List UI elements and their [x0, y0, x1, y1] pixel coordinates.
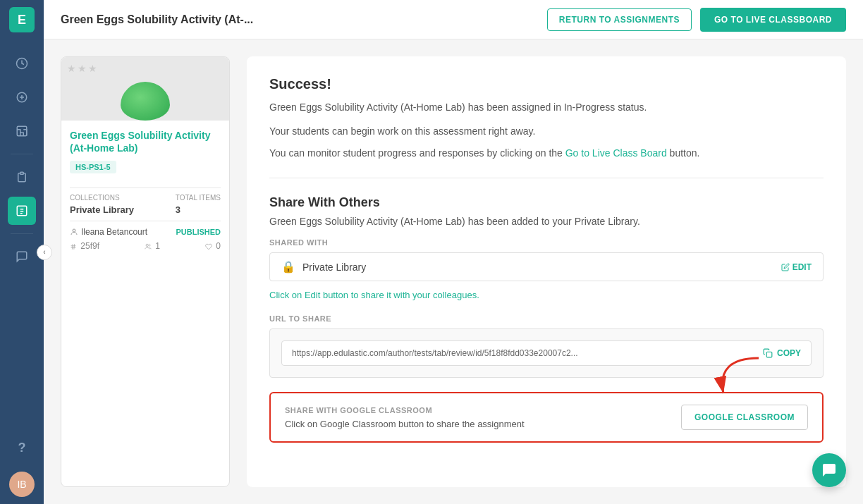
star-1: ★ — [67, 63, 76, 74]
activity-card: ★ ★ ★ Green Eggs Solubility Activity (At… — [61, 56, 230, 487]
total-items-meta: TOTAL ITEMS 3 — [176, 194, 221, 215]
edit-button[interactable]: EDIT — [781, 262, 812, 272]
success-line1: Green Eggs Solubility Activity (At-Home … — [269, 99, 824, 115]
gc-label: SHARE WITH GOOGLE CLASSROOM — [285, 406, 525, 414]
collapse-sidebar-button[interactable]: ‹ — [37, 245, 52, 260]
card-meta-row: COLLECTIONS Private Library TOTAL ITEMS … — [70, 194, 221, 215]
success-title: Success! — [269, 76, 824, 92]
shared-row: 🔒 Private Library EDIT — [269, 252, 824, 281]
click-edit-text: Click on Edit button to share it with yo… — [269, 290, 824, 300]
topbar: Green Eggs Solubility Activity (At-... R… — [44, 0, 863, 39]
card-divider — [70, 188, 221, 188]
success-section: Success! Green Eggs Solubility Activity … — [269, 76, 824, 161]
star-3: ★ — [88, 63, 97, 74]
author-name: Ileana Betancourt — [81, 227, 147, 237]
svg-point-12 — [146, 244, 148, 246]
sidebar-divider-2 — [11, 233, 33, 234]
section-divider — [269, 178, 824, 178]
success-line3: You can monitor student progress and res… — [269, 145, 824, 161]
svg-point-7 — [73, 229, 75, 232]
share-title: Share With Others — [269, 195, 824, 210]
total-items-label: TOTAL ITEMS — [176, 194, 221, 202]
live-class-board-link[interactable]: Go to Live Class Board — [565, 147, 667, 159]
author-icon — [70, 228, 78, 236]
share-desc: Green Eggs Solubility Activity (At-Home … — [269, 216, 824, 227]
lock-icon: 🔒 — [281, 260, 295, 273]
go-to-live-classboard-button[interactable]: GO TO LIVE CLASSBOARD — [700, 8, 846, 32]
share-section: Share With Others Green Eggs Solubility … — [269, 195, 824, 443]
success-line2: Your students can begin work on this ass… — [269, 123, 824, 139]
card-bottom-row: 25f9f 1 0 — [70, 241, 221, 251]
gc-left: SHARE WITH GOOGLE CLASSROOM Click on Goo… — [285, 406, 525, 429]
card-id: 25f9f — [70, 241, 99, 251]
collections-meta: COLLECTIONS Private Library — [70, 194, 134, 215]
svg-rect-5 — [20, 172, 24, 174]
card-title: Green Eggs Solubility Activity (At-Home … — [70, 129, 221, 154]
content-area: ★ ★ ★ Green Eggs Solubility Activity (At… — [44, 39, 863, 504]
right-panel: Success! Green Eggs Solubility Activity … — [247, 56, 846, 487]
sidebar-item-chart[interactable] — [8, 117, 36, 145]
svg-rect-13 — [766, 352, 772, 357]
main-area: Green Eggs Solubility Activity (At-... R… — [44, 0, 863, 504]
sidebar-bottom: ? IB — [8, 431, 36, 497]
copy-icon — [763, 348, 773, 358]
svg-rect-4 — [17, 126, 27, 136]
card-author-row: Ileana Betancourt PUBLISHED — [70, 227, 221, 237]
edit-link[interactable]: Edit — [305, 290, 320, 300]
card-users: 1 — [145, 241, 160, 251]
collections-value: Private Library — [70, 204, 134, 215]
sidebar-item-add[interactable] — [8, 83, 36, 111]
hash-icon — [70, 243, 77, 250]
card-thumbnail: ★ ★ ★ — [61, 57, 229, 121]
published-badge: PUBLISHED — [176, 228, 221, 236]
shared-left: 🔒 Private Library — [281, 260, 366, 273]
card-divider-2 — [70, 221, 221, 221]
svg-line-11 — [74, 244, 75, 250]
sidebar-item-assignments[interactable] — [8, 197, 36, 225]
svg-line-10 — [72, 244, 73, 250]
library-name: Private Library — [302, 262, 366, 273]
chat-bubble-icon — [821, 462, 838, 479]
google-classroom-box: SHARE WITH GOOGLE CLASSROOM Click on Goo… — [269, 392, 824, 443]
sidebar-item-chat[interactable] — [8, 242, 36, 271]
sidebar-logo[interactable]: E — [9, 7, 35, 32]
collections-label: COLLECTIONS — [70, 194, 134, 202]
sidebar-item-home[interactable] — [8, 49, 36, 78]
gc-desc: Click on Google Classroom button to shar… — [285, 419, 525, 429]
chat-bubble-button[interactable] — [812, 453, 846, 487]
page-title: Green Eggs Solubility Activity (At-... — [61, 13, 547, 26]
google-classroom-button[interactable]: GOOGLE CLASSROOM — [681, 405, 808, 430]
card-tag: HS-PS1-5 — [70, 161, 116, 173]
url-label: URL TO SHARE — [269, 314, 824, 323]
edit-icon — [781, 263, 790, 271]
avatar[interactable]: IB — [9, 472, 35, 497]
star-2: ★ — [78, 63, 87, 74]
card-body: Green Eggs Solubility Activity (At-Home … — [61, 121, 229, 259]
card-author: Ileana Betancourt — [70, 227, 147, 237]
url-text: https://app.edulastic.com/author/tests/t… — [292, 348, 756, 358]
sidebar-divider-1 — [11, 154, 33, 154]
heart-icon — [205, 243, 212, 250]
card-likes: 0 — [205, 241, 221, 251]
url-box: https://app.edulastic.com/author/tests/t… — [269, 328, 824, 378]
url-input-row: https://app.edulastic.com/author/tests/t… — [281, 340, 812, 366]
sidebar-item-clipboard[interactable] — [8, 163, 36, 191]
return-to-assignments-button[interactable]: RETURN TO ASSIGNMENTS — [547, 8, 692, 31]
egg-graphic — [121, 82, 170, 121]
shared-with-label: SHARED WITH — [269, 238, 824, 247]
sidebar-help[interactable]: ? — [8, 434, 36, 462]
total-items-value: 3 — [176, 204, 221, 215]
copy-button[interactable]: COPY — [763, 348, 801, 358]
users-icon — [145, 243, 152, 250]
sidebar: E ? IB ‹ — [0, 0, 44, 504]
card-stars: ★ ★ ★ — [67, 63, 97, 74]
